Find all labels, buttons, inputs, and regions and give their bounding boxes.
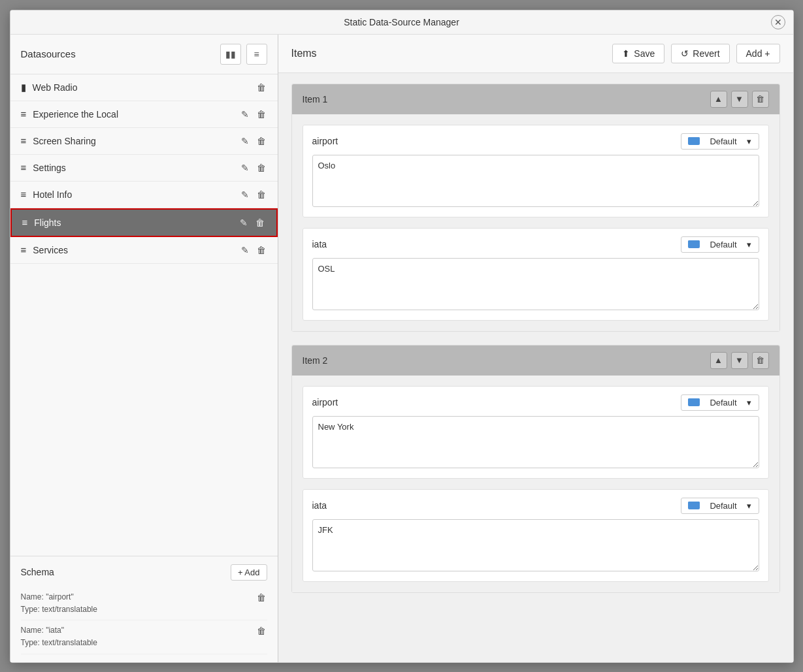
datasource-name-services: Services <box>33 245 239 255</box>
layers-icon-experience: ≡ <box>21 108 27 120</box>
datasource-name-screen: Screen Sharing <box>33 136 239 146</box>
item-1-move-down[interactable]: ▼ <box>731 91 748 108</box>
item-1-delete[interactable]: 🗑 <box>752 91 769 108</box>
schema-iata-type: Type: text/translatable <box>21 637 97 649</box>
datasource-item-web-radio[interactable]: ▮ Web Radio 🗑 <box>10 74 278 101</box>
delete-schema-airport[interactable]: 🗑 <box>255 591 267 604</box>
layers-icon-services: ≡ <box>21 244 27 255</box>
locale-flag-icon-4 <box>688 502 700 509</box>
layers-button[interactable]: ≡ <box>246 44 267 65</box>
folder-button[interactable]: ▮▮ <box>220 44 241 65</box>
schema-section: Schema + Add Name: "airport" Type: text/… <box>10 556 278 662</box>
delete-flights[interactable]: 🗑 <box>254 216 266 229</box>
edit-experience[interactable]: ✎ <box>240 108 250 121</box>
item-1-iata-textarea[interactable]: OSL <box>312 258 759 310</box>
item-1-airport-field: airport Default Oslo <box>303 125 769 217</box>
datasource-item-services[interactable]: ≡ Services ✎ 🗑 <box>10 237 278 264</box>
delete-services[interactable]: 🗑 <box>255 244 267 257</box>
item-2-iata-locale[interactable]: Default <box>681 498 759 514</box>
title-bar: Static Data-Source Manager ✕ <box>10 10 793 35</box>
right-header: Items ⬆ Save ↺ Revert Add + <box>278 35 793 73</box>
item-2-move-down[interactable]: ▼ <box>731 352 748 369</box>
layers-icon-settings: ≡ <box>21 162 27 173</box>
chevron-down-icon-2 <box>747 240 751 249</box>
item-card-1: Item 1 ▲ ▼ 🗑 airport <box>291 84 780 332</box>
items-content: Item 1 ▲ ▼ 🗑 airport <box>278 73 793 603</box>
main-window: Static Data-Source Manager ✕ Datasources… <box>10 10 794 663</box>
close-button[interactable]: ✕ <box>771 15 785 29</box>
save-label: Save <box>634 48 655 59</box>
schema-iata-info: Name: "iata" Type: text/translatable <box>21 624 97 649</box>
screen-actions: ✎ 🗑 <box>240 135 267 148</box>
item-2-iata-field: iata Default JFK <box>303 489 769 582</box>
item-2-airport-field: airport Default New York <box>303 386 769 479</box>
delete-web-radio[interactable]: 🗑 <box>255 81 267 94</box>
layers-icon-flights: ≡ <box>22 217 28 228</box>
revert-button[interactable]: ↺ Revert <box>671 44 729 63</box>
item-2-title: Item 2 <box>303 355 328 366</box>
edit-flights[interactable]: ✎ <box>238 216 249 229</box>
schema-airport-name: Name: "airport" <box>21 591 97 603</box>
delete-hotel[interactable]: 🗑 <box>255 188 267 201</box>
item-1-airport-label: airport <box>312 136 338 146</box>
datasource-list: ▮ Web Radio 🗑 ≡ Experience the Local ✎ 🗑 <box>10 74 278 556</box>
delete-settings[interactable]: 🗑 <box>255 161 267 174</box>
hotel-actions: ✎ 🗑 <box>240 188 267 201</box>
datasource-item-settings[interactable]: ≡ Settings ✎ 🗑 <box>10 155 278 182</box>
item-2-airport-locale-label: Default <box>710 398 736 408</box>
edit-services[interactable]: ✎ <box>240 244 250 257</box>
flights-actions: ✎ 🗑 <box>238 216 266 229</box>
schema-item-iata: Name: "iata" Type: text/translatable 🗑 <box>21 620 267 654</box>
chevron-down-icon-4 <box>747 501 751 511</box>
item-1-move-up[interactable]: ▲ <box>710 91 727 108</box>
item-1-airport-locale-label: Default <box>710 136 736 146</box>
item-1-body: airport Default Oslo <box>292 114 779 331</box>
edit-screen[interactable]: ✎ <box>240 135 250 148</box>
item-2-body: airport Default New York <box>292 376 779 592</box>
item-1-iata-label-row: iata Default <box>312 236 759 253</box>
schema-airport-type: Type: text/translatable <box>21 603 97 616</box>
datasources-title: Datasources <box>21 48 76 59</box>
item-2-airport-locale[interactable]: Default <box>681 394 759 411</box>
revert-icon: ↺ <box>681 48 689 59</box>
item-1-iata-field: iata Default OSL <box>303 228 769 321</box>
experience-actions: ✎ 🗑 <box>240 108 267 121</box>
edit-settings[interactable]: ✎ <box>240 161 250 174</box>
item-2-airport-textarea[interactable]: New York <box>312 416 759 468</box>
schema-airport-info: Name: "airport" Type: text/translatable <box>21 591 97 616</box>
item-1-airport-textarea[interactable]: Oslo <box>312 155 759 207</box>
window-title: Static Data-Source Manager <box>344 17 459 27</box>
layers-icon: ≡ <box>254 49 259 59</box>
datasource-item-flights[interactable]: ≡ Flights ✎ 🗑 <box>10 208 278 237</box>
locale-flag-icon-2 <box>688 240 700 248</box>
delete-schema-iata[interactable]: 🗑 <box>255 624 267 637</box>
delete-screen[interactable]: 🗑 <box>255 135 267 148</box>
left-panel: Datasources ▮▮ ≡ ▮ Web Radio 🗑 <box>10 35 278 662</box>
item-2-header: Item 2 ▲ ▼ 🗑 <box>292 345 779 376</box>
datasources-header: Datasources ▮▮ ≡ <box>10 35 278 74</box>
add-item-button[interactable]: Add + <box>736 44 780 63</box>
datasource-name-hotel: Hotel Info <box>33 189 239 200</box>
item-2-iata-textarea[interactable]: JFK <box>312 519 759 571</box>
save-button[interactable]: ⬆ Save <box>612 44 664 63</box>
folder-icon-web-radio: ▮ <box>21 82 26 93</box>
delete-experience[interactable]: 🗑 <box>255 108 267 121</box>
item-2-delete[interactable]: 🗑 <box>752 352 769 369</box>
header-buttons: ▮▮ ≡ <box>220 44 267 65</box>
services-actions: ✎ 🗑 <box>240 244 267 257</box>
item-1-iata-locale[interactable]: Default <box>681 236 759 253</box>
item-2-move-up[interactable]: ▲ <box>710 352 727 369</box>
item-2-airport-label: airport <box>312 397 338 408</box>
item-2-actions: ▲ ▼ 🗑 <box>710 352 769 369</box>
schema-title: Schema <box>21 567 54 577</box>
right-panel: Items ⬆ Save ↺ Revert Add + <box>278 35 793 662</box>
datasource-item-experience-local[interactable]: ≡ Experience the Local ✎ 🗑 <box>10 101 278 128</box>
edit-hotel[interactable]: ✎ <box>240 188 250 201</box>
item-1-airport-locale[interactable]: Default <box>681 133 759 150</box>
datasource-item-screen-sharing[interactable]: ≡ Screen Sharing ✎ 🗑 <box>10 128 278 155</box>
datasource-item-hotel-info[interactable]: ≡ Hotel Info ✎ 🗑 <box>10 182 278 208</box>
item-1-header: Item 1 ▲ ▼ 🗑 <box>292 84 779 114</box>
schema-item-airport: Name: "airport" Type: text/translatable … <box>21 587 267 620</box>
item-2-iata-locale-label: Default <box>710 501 736 511</box>
schema-add-button[interactable]: + Add <box>231 564 267 581</box>
